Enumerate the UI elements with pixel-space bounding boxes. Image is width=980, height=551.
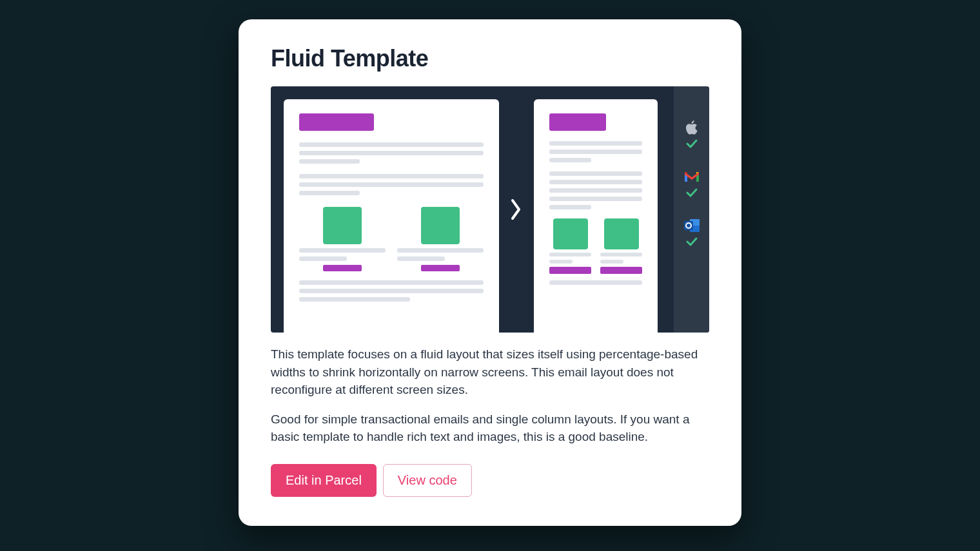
placeholder-image bbox=[604, 218, 639, 249]
placeholder-line bbox=[299, 191, 360, 195]
chevron-right-icon bbox=[510, 198, 523, 221]
placeholder-line bbox=[299, 159, 360, 164]
placeholder-image bbox=[553, 218, 588, 249]
view-code-button[interactable]: View code bbox=[383, 464, 472, 497]
placeholder-line bbox=[299, 248, 386, 253]
placeholder-line bbox=[299, 142, 484, 147]
placeholder-button bbox=[323, 265, 362, 271]
gmail-icon bbox=[683, 168, 701, 186]
placeholder-column bbox=[549, 218, 591, 274]
placeholder-line bbox=[299, 280, 484, 285]
placeholder-line bbox=[397, 248, 484, 253]
template-card: Fluid Template bbox=[239, 19, 741, 526]
preview-narrow-doc bbox=[534, 99, 658, 333]
placeholder-column bbox=[600, 218, 642, 274]
placeholder-line bbox=[600, 260, 623, 264]
placeholder-image bbox=[421, 207, 460, 244]
placeholder-line bbox=[299, 256, 347, 261]
placeholder-button bbox=[549, 267, 591, 274]
placeholder-line bbox=[549, 150, 642, 154]
button-row: Edit in Parcel View code bbox=[271, 464, 709, 497]
edit-in-parcel-button[interactable]: Edit in Parcel bbox=[271, 464, 377, 497]
placeholder-column bbox=[397, 207, 484, 271]
compatibility-sidebar bbox=[674, 86, 709, 333]
apple-icon bbox=[683, 119, 701, 137]
placeholder-line bbox=[549, 141, 642, 146]
placeholder-line bbox=[549, 197, 642, 201]
placeholder-line bbox=[299, 182, 484, 187]
placeholder-heading bbox=[299, 113, 374, 131]
placeholder-line bbox=[600, 253, 642, 256]
check-icon bbox=[686, 188, 698, 200]
placeholder-line bbox=[549, 280, 642, 285]
placeholder-line bbox=[549, 158, 591, 162]
placeholder-line bbox=[549, 188, 642, 193]
template-illustration bbox=[271, 86, 709, 333]
placeholder-line bbox=[549, 205, 591, 209]
placeholder-line bbox=[549, 260, 573, 264]
placeholder-image bbox=[323, 207, 362, 244]
placeholder-line bbox=[299, 174, 484, 179]
check-icon bbox=[686, 237, 698, 249]
card-description: Good for simple transactional emails and… bbox=[271, 411, 709, 446]
placeholder-button bbox=[421, 265, 460, 271]
outlook-icon bbox=[683, 217, 701, 235]
card-title: Fluid Template bbox=[271, 45, 709, 72]
placeholder-line bbox=[549, 253, 591, 256]
placeholder-line bbox=[299, 297, 410, 302]
card-description: This template focuses on a fluid layout … bbox=[271, 345, 709, 399]
placeholder-heading bbox=[549, 113, 606, 131]
placeholder-line bbox=[299, 289, 484, 293]
placeholder-line bbox=[299, 151, 484, 155]
placeholder-line bbox=[549, 180, 642, 184]
check-icon bbox=[686, 139, 698, 151]
preview-wide-doc bbox=[284, 99, 499, 333]
placeholder-line bbox=[397, 256, 445, 261]
placeholder-button bbox=[600, 267, 642, 274]
placeholder-line bbox=[549, 171, 642, 176]
placeholder-column bbox=[299, 207, 386, 271]
